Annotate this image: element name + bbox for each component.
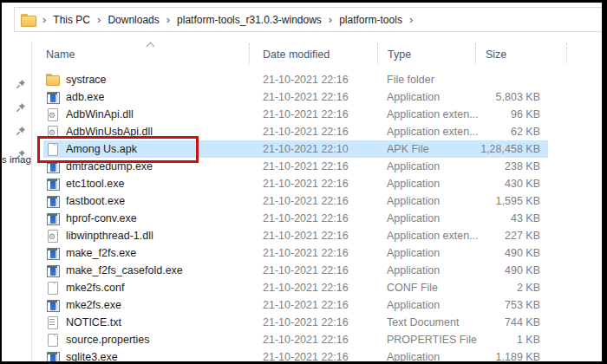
chevron-right-icon[interactable]: › xyxy=(96,13,101,26)
app-icon xyxy=(46,91,60,103)
file-date-modified: 21-10-2021 22:16 xyxy=(263,71,349,88)
file-date-modified: 21-10-2021 22:16 xyxy=(263,262,349,279)
file-date-modified: 21-10-2021 22:10 xyxy=(263,140,349,158)
file-name: etc1tool.exe xyxy=(66,175,124,192)
file-date-modified: 21-10-2021 22:16 xyxy=(263,192,349,210)
file-date-modified: 21-10-2021 22:16 xyxy=(263,227,349,244)
file-name: fastboot.exe xyxy=(66,192,125,210)
file-row[interactable]: dmtracedump.exe 21-10-2021 22:16 Applica… xyxy=(35,158,602,175)
file-row[interactable]: mke2fs.exe 21-10-2021 22:16 Application … xyxy=(35,296,602,314)
file-date-modified: 21-10-2021 22:16 xyxy=(263,88,349,106)
file-row[interactable]: etc1tool.exe 21-10-2021 22:16 Applicatio… xyxy=(35,175,602,192)
file-size: 744 KB xyxy=(419,314,540,331)
file-row[interactable]: NOTICE.txt 21-10-2021 22:16 Text Documen… xyxy=(35,314,602,331)
file-row[interactable]: mke2fs.conf 21-10-2021 22:16 CONF File 2… xyxy=(35,279,602,296)
pin-icon[interactable] xyxy=(16,79,26,89)
file-name: systrace xyxy=(66,71,107,88)
file-row[interactable]: sqlite3.exe 21-10-2021 22:16 Application… xyxy=(35,348,602,361)
chevron-right-icon[interactable]: › xyxy=(328,13,333,26)
file-icon xyxy=(46,282,60,294)
sort-ascending-icon xyxy=(147,42,155,51)
file-name: NOTICE.txt xyxy=(66,314,121,331)
file-row[interactable]: AdbWinUsbApi.dll 21-10-2021 22:16 Applic… xyxy=(35,123,602,140)
app-icon xyxy=(46,247,60,259)
file-icon xyxy=(46,334,60,346)
breadcrumb-this-pc[interactable]: This PC xyxy=(53,14,90,26)
app-icon xyxy=(46,212,60,224)
pin-icon[interactable] xyxy=(16,126,26,136)
file-date-modified: 21-10-2021 22:16 xyxy=(263,314,349,331)
file-name: source.properties xyxy=(66,331,150,348)
file-size: 1,189 KB xyxy=(419,348,540,361)
file-date-modified: 21-10-2021 22:16 xyxy=(263,244,349,262)
file-size: 2 KB xyxy=(419,279,540,296)
file-row[interactable]: libwinpthread-1.dll 21-10-2021 22:16 App… xyxy=(35,227,602,244)
folder-icon xyxy=(46,74,60,86)
file-date-modified: 21-10-2021 22:16 xyxy=(263,106,349,123)
file-date-modified: 21-10-2021 22:16 xyxy=(263,158,349,175)
file-name: hprof-conv.exe xyxy=(66,210,137,227)
column-header-size[interactable]: Size xyxy=(486,49,506,61)
file-row[interactable]: fastboot.exe 21-10-2021 22:16 Applicatio… xyxy=(35,192,602,210)
column-header-date-modified[interactable]: Date modified xyxy=(263,49,330,61)
file-row[interactable]: make_f2fs.exe 21-10-2021 22:16 Applicati… xyxy=(35,244,602,262)
file-name: dmtracedump.exe xyxy=(66,158,153,175)
file-row[interactable]: Among Us.apk 21-10-2021 22:10 APK File 1… xyxy=(35,140,602,158)
dll-icon xyxy=(46,108,60,120)
column-headers: Name Date modified Type Size xyxy=(35,41,602,68)
file-row[interactable]: make_f2fs_casefold.exe 21-10-2021 22:16 … xyxy=(35,262,602,279)
column-header-type[interactable]: Type xyxy=(388,49,411,61)
breadcrumb-platform-tools-zip[interactable]: platform-tools_r31.0.3-windows xyxy=(177,14,322,26)
file-row[interactable]: source.properties 21-10-2021 22:16 PROPE… xyxy=(35,331,602,348)
file-size: 96 KB xyxy=(419,106,540,123)
column-divider[interactable] xyxy=(566,43,567,64)
pane-divider xyxy=(31,41,32,361)
chevron-right-icon[interactable]: › xyxy=(166,13,171,26)
breadcrumb-downloads[interactable]: Downloads xyxy=(108,14,159,26)
file-name: AdbWinApi.dll xyxy=(66,106,134,123)
app-icon xyxy=(46,160,60,172)
file-size: 227 KB xyxy=(419,227,540,244)
dll-icon xyxy=(46,230,60,242)
file-name: adb.exe xyxy=(66,88,104,106)
file-date-modified: 21-10-2021 22:16 xyxy=(263,296,349,314)
app-icon xyxy=(46,264,60,276)
app-icon xyxy=(46,351,60,361)
file-size: 43 KB xyxy=(419,210,540,227)
file-name: sqlite3.exe xyxy=(66,348,118,361)
folder-icon xyxy=(21,14,36,26)
file-name: Among Us.apk xyxy=(66,140,137,158)
file-row[interactable]: systrace 21-10-2021 22:16 File folder xyxy=(35,71,602,88)
column-divider[interactable] xyxy=(475,43,476,64)
file-icon xyxy=(46,143,60,155)
app-icon xyxy=(46,299,60,311)
pin-icon[interactable] xyxy=(16,102,26,113)
file-size: 5,803 KB xyxy=(419,88,540,106)
file-name: mke2fs.conf xyxy=(66,279,124,296)
file-date-modified: 21-10-2021 22:16 xyxy=(263,331,349,348)
chevron-right-icon[interactable]: › xyxy=(408,13,414,26)
file-row[interactable]: hprof-conv.exe 21-10-2021 22:16 Applicat… xyxy=(35,210,602,227)
file-name: libwinpthread-1.dll xyxy=(66,227,153,244)
column-header-name[interactable]: Name xyxy=(46,49,75,61)
address-bar[interactable]: › This PC › Downloads › platform-tools_r… xyxy=(14,7,602,32)
file-row[interactable]: adb.exe 21-10-2021 22:16 Application 5,8… xyxy=(35,88,602,106)
txt-icon xyxy=(46,316,60,328)
nav-item-label-partial[interactable]: s imag xyxy=(2,154,31,165)
file-size: 430 KB xyxy=(419,175,540,192)
file-size: 62 KB xyxy=(419,123,540,140)
file-type: File folder xyxy=(387,71,434,88)
file-name: AdbWinUsbApi.dll xyxy=(66,123,153,140)
chevron-right-icon[interactable]: › xyxy=(42,13,47,26)
explorer-canvas: › This PC › Downloads › platform-tools_r… xyxy=(2,3,602,361)
file-date-modified: 21-10-2021 22:16 xyxy=(263,175,349,192)
file-size: 1,28,458 KB xyxy=(419,140,540,158)
column-divider[interactable] xyxy=(377,43,378,64)
file-name: mke2fs.exe xyxy=(66,296,121,314)
file-size: 490 KB xyxy=(419,262,540,279)
explorer-window: › This PC › Downloads › platform-tools_r… xyxy=(0,0,607,364)
file-size: 1 KB xyxy=(419,331,540,348)
file-row[interactable]: AdbWinApi.dll 21-10-2021 22:16 Applicati… xyxy=(35,106,602,123)
column-divider[interactable] xyxy=(249,43,250,64)
breadcrumb-platform-tools[interactable]: platform-tools xyxy=(339,14,402,26)
